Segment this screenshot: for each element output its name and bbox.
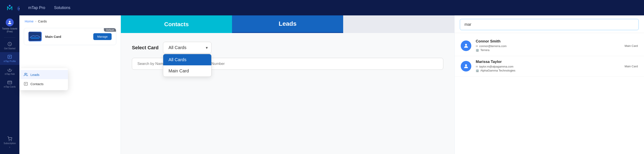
contact-email-detail: ✉ connor@terrerra.com — [476, 44, 620, 48]
svg-point-2 — [9, 21, 10, 22]
submenu-item-leads[interactable]: Leads — [20, 70, 68, 79]
contact-company: Terrera — [480, 48, 490, 52]
contacts-submenu-icon — [24, 82, 28, 86]
contact-company-detail: 🏢 Terrera — [476, 48, 620, 52]
contact-company: AlphaGamma Technologies — [480, 69, 516, 72]
avatar — [461, 40, 471, 51]
sidebar: ❮ Twinkle Solanki (Free) Get Started mTa… — [0, 0, 20, 154]
manage-button[interactable]: Manage — [93, 33, 112, 40]
sidebar-item-mtap-profile[interactable]: mTap Profile — [0, 52, 20, 65]
contacts-list: Connor Smith ✉ connor@terrerra.com 🏢 Ter… — [454, 33, 644, 79]
avatar — [6, 18, 14, 26]
company-icon: 🏢 — [476, 49, 479, 52]
contact-email: taylor.m@alpagamma.com — [479, 65, 514, 68]
leads-submenu-icon — [24, 73, 28, 77]
dropdown-option-main-card[interactable]: Main Card — [163, 65, 211, 77]
svg-rect-8 — [8, 81, 12, 84]
svg-point-11 — [11, 140, 12, 141]
tab-bar: Contacts Leads — [121, 15, 454, 33]
right-search-input[interactable] — [460, 19, 639, 30]
middle-panel: Contacts Leads Select Card All Cards ▾ A… — [121, 15, 454, 154]
contact-card-tag: Main Card — [624, 44, 638, 48]
left-panel: Home › Cards Default Main Card Manage — [20, 15, 121, 154]
leads-submenu-label: Leads — [30, 73, 40, 77]
default-badge: Default — [104, 28, 116, 32]
profile-icon — [7, 54, 12, 59]
card-name: Main Card — [45, 35, 90, 38]
divider — [4, 37, 16, 38]
svg-point-7 — [9, 69, 10, 70]
subscription-icon — [7, 136, 12, 141]
sidebar-item-get-started[interactable]: Get Started — [0, 39, 20, 52]
nav-item-solutions[interactable]: Solutions — [54, 5, 70, 10]
contact-name: Connor Smith — [476, 39, 620, 44]
sidebar-item-mtap-cards[interactable]: mTap Cards — [0, 78, 20, 90]
submenu-item-contacts[interactable]: Contacts — [20, 79, 68, 88]
card-item: Default Main Card Manage — [24, 28, 116, 45]
svg-point-14 — [25, 73, 26, 74]
svg-point-1 — [9, 5, 10, 6]
svg-rect-13 — [31, 37, 39, 39]
contact-row[interactable]: Connor Smith ✉ connor@terrerra.com 🏢 Ter… — [454, 36, 644, 56]
card-info: Main Card — [45, 35, 90, 38]
avatar — [461, 61, 471, 72]
nav-item-mtap-pro[interactable]: mTap Pro — [28, 5, 45, 10]
chevron-down-icon: ▾ — [206, 45, 208, 50]
sidebar-item-mtap-hub[interactable]: mTap Hub — [0, 65, 20, 78]
user-name: Twinkle Solanki (Free) — [2, 27, 18, 33]
logo-container — [5, 3, 14, 14]
svg-point-10 — [9, 140, 9, 141]
user-profile-section: Twinkle Solanki (Free) — [2, 18, 18, 33]
contact-company-detail: 🏢 AlphaGamma Technologies — [476, 69, 620, 72]
breadcrumb-home[interactable]: Home — [25, 19, 34, 23]
submenu-dropdown: Leads Contacts — [20, 68, 68, 90]
contact-email: connor@terrerra.com — [479, 44, 506, 48]
breadcrumb-current: Cards — [38, 19, 47, 23]
dropdown-option-all-cards[interactable]: All Cards — [163, 54, 211, 65]
contact-email-detail: ✉ taylor.m@alpagamma.com — [476, 65, 620, 68]
email-icon: ✉ — [476, 65, 478, 68]
contact-info: Connor Smith ✉ connor@terrerra.com 🏢 Ter… — [476, 39, 620, 52]
dropdown-selected-value: All Cards — [168, 45, 186, 50]
page-content: Home › Cards Default Main Card Manage — [20, 15, 644, 154]
select-card-label: Select Card — [132, 45, 158, 51]
svg-rect-15 — [24, 82, 28, 85]
tab-empty-area — [343, 15, 454, 33]
right-search-wrapper — [454, 15, 644, 33]
card-dropdown-button[interactable]: All Cards ▾ — [163, 42, 212, 54]
svg-point-18 — [465, 44, 467, 46]
right-panel: Connor Smith ✉ connor@terrerra.com 🏢 Ter… — [454, 15, 644, 154]
select-card-section: Select Card All Cards ▾ All Cards Main C… — [121, 33, 454, 58]
svg-point-19 — [465, 64, 467, 66]
tab-leads[interactable]: Leads — [232, 15, 343, 33]
contact-row[interactable]: Marissa Taylor ✉ taylor.m@alpagamma.com … — [454, 56, 644, 77]
card-thumbnail — [28, 32, 42, 41]
company-icon: 🏢 — [476, 69, 479, 72]
breadcrumb: Home › Cards — [20, 15, 121, 26]
top-navigation: mTap Pro Solutions — [20, 0, 644, 15]
breadcrumb-separator: › — [35, 20, 36, 23]
subscription-expand-icon: › — [9, 146, 10, 149]
mtap-logo — [5, 3, 14, 13]
sidebar-item-subscription[interactable]: Subscription › — [2, 135, 18, 151]
tab-contacts[interactable]: Contacts — [121, 15, 232, 33]
cards-icon — [7, 80, 12, 85]
card-dropdown-wrapper: All Cards ▾ All Cards Main Card — [163, 42, 212, 54]
card-dropdown-menu: All Cards Main Card — [163, 54, 212, 77]
get-started-icon — [7, 42, 12, 46]
hub-icon — [7, 67, 12, 72]
svg-rect-4 — [8, 55, 12, 59]
email-icon: ✉ — [476, 45, 478, 48]
contacts-submenu-label: Contacts — [30, 82, 44, 86]
main-container: mTap Pro Solutions Home › Cards Default — [20, 0, 644, 154]
contact-name: Marissa Taylor — [476, 60, 620, 64]
contact-card-tag: Main Card — [624, 65, 638, 68]
contact-info: Marissa Taylor ✉ taylor.m@alpagamma.com … — [476, 60, 620, 73]
